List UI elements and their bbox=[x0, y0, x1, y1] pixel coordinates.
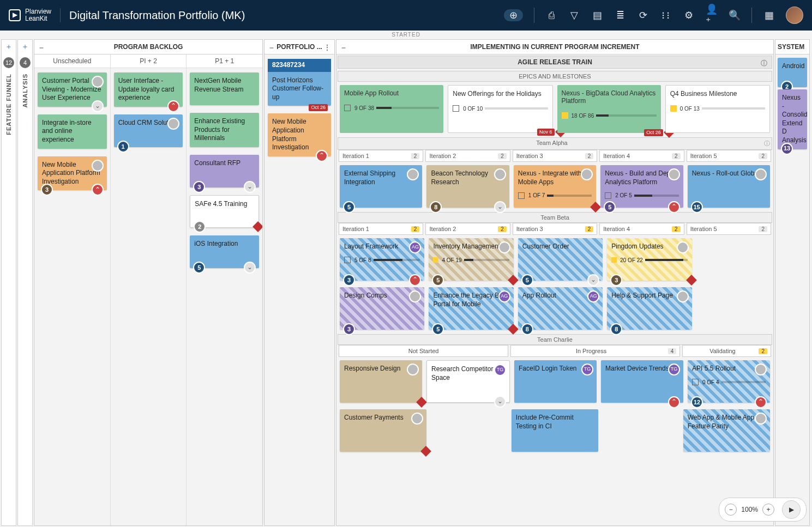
brand-bottom: LeanKit bbox=[25, 15, 51, 22]
settings-icon[interactable]: ⚙ bbox=[683, 9, 695, 21]
brand-logo[interactable]: ▶ Planview LeanKit bbox=[9, 8, 61, 22]
filter-icon[interactable]: ▽ bbox=[568, 9, 580, 21]
boards-icon[interactable]: ▦ bbox=[763, 9, 775, 21]
analytics-icon[interactable]: ⫶⫶ bbox=[660, 9, 672, 21]
save-icon[interactable]: ⎙ bbox=[545, 9, 557, 21]
card-style-icon[interactable]: ▤ bbox=[591, 9, 603, 21]
logo-icon: ▶ bbox=[9, 9, 21, 21]
divider bbox=[751, 8, 752, 23]
user-avatar[interactable] bbox=[786, 7, 803, 24]
add-card-icon[interactable]: ⊕ bbox=[504, 9, 523, 21]
board-title: Digital Transformation Portfolio (MK) bbox=[69, 9, 245, 22]
top-actions: ⊕ ⎙ ▽ ▤ ≣ ⟳ ⫶⫶ ⚙ 👤⁺ 🔍 ▦ bbox=[504, 7, 803, 24]
topbar: ▶ Planview LeanKit Digital Transformatio… bbox=[0, 0, 812, 31]
refresh-icon[interactable]: ⟳ bbox=[637, 9, 649, 21]
search-icon[interactable]: 🔍 bbox=[729, 9, 741, 21]
list-icon[interactable]: ≣ bbox=[614, 9, 626, 21]
add-user-icon[interactable]: 👤⁺ bbox=[706, 9, 718, 21]
divider bbox=[534, 8, 534, 23]
